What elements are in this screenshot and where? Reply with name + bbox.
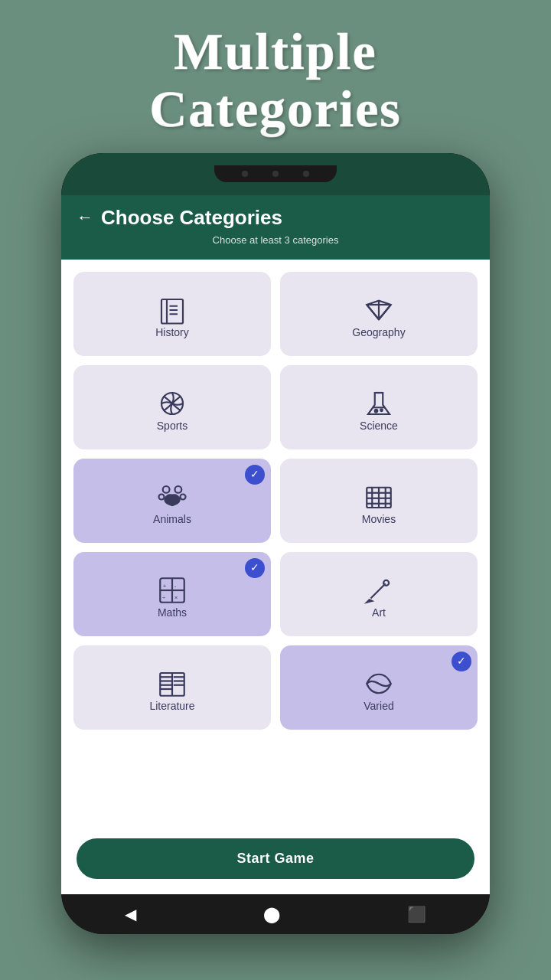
sports-label: Sports bbox=[157, 420, 187, 432]
varied-check: ✓ bbox=[452, 652, 471, 671]
svg-point-8 bbox=[175, 486, 182, 493]
nav-home-icon[interactable]: ⬤ bbox=[263, 905, 280, 923]
svg-text:-: - bbox=[174, 583, 177, 590]
category-literature[interactable]: Literature bbox=[73, 645, 271, 730]
history-icon bbox=[156, 294, 188, 326]
svg-text:+: + bbox=[163, 583, 167, 590]
sports-icon bbox=[156, 387, 188, 420]
animals-check: ✓ bbox=[245, 465, 265, 485]
nav-back-icon[interactable]: ◀ bbox=[125, 905, 136, 923]
history-label: History bbox=[155, 326, 189, 338]
page-title: Multiple Categories bbox=[149, 23, 402, 138]
screen-title: Choose Categories bbox=[101, 206, 282, 230]
animals-icon bbox=[156, 481, 188, 513]
literature-label: Literature bbox=[149, 700, 194, 712]
svg-line-25 bbox=[371, 583, 386, 598]
varied-label: Varied bbox=[364, 700, 393, 712]
svg-point-5 bbox=[375, 409, 378, 412]
svg-point-7 bbox=[163, 486, 170, 493]
svg-text:÷: ÷ bbox=[162, 594, 166, 601]
category-varied[interactable]: ✓ Varied bbox=[280, 645, 478, 730]
svg-text:×: × bbox=[174, 594, 178, 601]
svg-point-10 bbox=[181, 494, 186, 499]
svg-point-26 bbox=[383, 580, 389, 585]
categories-grid: History Geography bbox=[73, 272, 478, 730]
category-geography[interactable]: Geography bbox=[280, 272, 478, 356]
maths-icon: + - ÷ × bbox=[156, 574, 188, 606]
category-art[interactable]: Art bbox=[280, 552, 478, 636]
phone-screen: ← Choose Categories Choose at least 3 ca… bbox=[61, 195, 490, 894]
geography-label: Geography bbox=[352, 326, 405, 338]
literature-icon bbox=[156, 668, 188, 700]
movies-label: Movies bbox=[362, 513, 396, 525]
category-maths[interactable]: ✓ + - ÷ × Maths bbox=[73, 552, 271, 636]
start-button-area: Start Game bbox=[61, 826, 490, 894]
svg-rect-0 bbox=[161, 299, 183, 324]
start-game-button[interactable]: Start Game bbox=[77, 838, 474, 879]
screen-subtitle: Choose at least 3 categories bbox=[213, 234, 339, 246]
svg-point-6 bbox=[380, 409, 383, 411]
phone-notch-area bbox=[61, 153, 490, 195]
app-header: ← Choose Categories Choose at least 3 ca… bbox=[61, 195, 490, 260]
category-animals[interactable]: ✓ Animals bbox=[73, 459, 271, 543]
varied-icon bbox=[363, 668, 395, 700]
nav-recents-icon[interactable]: ⬛ bbox=[407, 905, 426, 923]
phone-frame: ← Choose Categories Choose at least 3 ca… bbox=[61, 153, 490, 934]
category-science[interactable]: Science bbox=[280, 365, 478, 449]
maths-label: Maths bbox=[158, 606, 187, 619]
content-area: History Geography bbox=[61, 260, 490, 826]
back-button[interactable]: ← bbox=[77, 207, 93, 227]
art-label: Art bbox=[372, 606, 386, 619]
maths-check: ✓ bbox=[245, 558, 265, 578]
category-sports[interactable]: Sports bbox=[73, 365, 271, 449]
category-movies[interactable]: Movies bbox=[280, 459, 478, 543]
movies-icon bbox=[363, 481, 395, 513]
science-icon bbox=[363, 387, 395, 420]
animals-label: Animals bbox=[153, 513, 191, 525]
bottom-nav: ◀ ⬤ ⬛ bbox=[61, 894, 490, 934]
geography-icon bbox=[363, 294, 395, 326]
art-icon bbox=[363, 574, 395, 606]
category-history[interactable]: History bbox=[73, 272, 271, 356]
science-label: Science bbox=[360, 420, 398, 432]
svg-point-9 bbox=[159, 494, 165, 499]
